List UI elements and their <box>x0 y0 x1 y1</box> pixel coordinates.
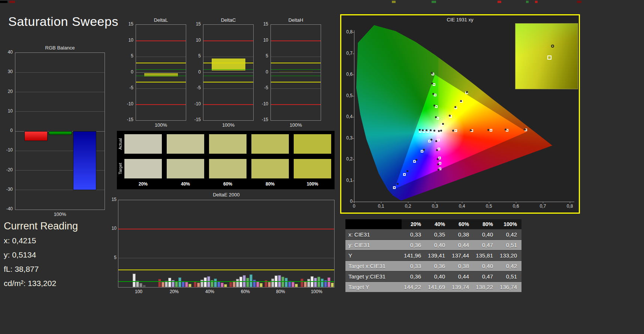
table-cell: 0,42 <box>498 261 521 271</box>
ref-line <box>136 76 186 76</box>
table-row: Y141,96139,41137,44135,81133,20 <box>345 250 521 261</box>
cie-y-tick <box>353 138 354 139</box>
cie-ytick-label: 0,1 <box>342 178 353 183</box>
measurement-table[interactable]: 20%40%60%80%100%x: CIE310,330,350,380,40… <box>345 219 521 292</box>
cie-target-square <box>436 117 439 120</box>
ref-line <box>203 104 253 105</box>
swatch-actual <box>209 134 247 154</box>
cie-measured-circle <box>397 183 399 185</box>
gridline <box>118 258 334 258</box>
cie-ytick-label: 0,8 <box>342 29 353 34</box>
delta-ytick-label: 0 <box>190 69 201 75</box>
cie-xtick-label: 0 <box>348 204 360 209</box>
deltae-xtick-label: 40% <box>200 289 219 294</box>
cie-target-square <box>435 105 438 108</box>
table-cell: 0,44 <box>450 271 474 282</box>
deltae-xtick-label: 20% <box>165 289 184 294</box>
delta-ytick-label: 5 <box>190 53 201 58</box>
delta-chart-title: DeltaH <box>270 17 321 23</box>
deltae-bar <box>229 282 232 287</box>
deltae-ytick-label: 15 <box>107 197 117 202</box>
deltae-bar <box>288 281 291 287</box>
rgb-balance-chart[interactable] <box>15 52 105 210</box>
delta-chart[interactable] <box>203 24 254 121</box>
table-cell: 0,44 <box>450 240 474 250</box>
rgb-ytick-label: 10 <box>0 108 13 114</box>
gridline <box>271 88 321 89</box>
table-cell: 0,40 <box>474 261 498 271</box>
cie-ytick-label: 0,2 <box>342 156 353 162</box>
deltae-bar <box>271 279 274 287</box>
delta-chart-title: DeltaL <box>136 17 186 23</box>
cie-measured-circle <box>449 115 451 117</box>
deltae-bar <box>165 281 168 287</box>
cie-measured-circle <box>452 130 454 132</box>
cie-x-tick <box>543 202 543 203</box>
table-row: Target x:CIE310,330,360,380,400,42 <box>345 261 521 271</box>
deltae-ytick-label: 5 <box>107 255 117 260</box>
rgb-ytick-label: 30 <box>0 69 13 74</box>
ref-line <box>203 76 253 76</box>
gridline <box>203 88 253 89</box>
swatch-row-label-actual: Actual <box>118 134 123 154</box>
cie-xtick-label: 0,2 <box>402 204 414 209</box>
swatch-col-label: 40% <box>167 181 204 187</box>
table-row-label: Y <box>345 250 402 261</box>
deltae-title: DeltaE 2000 <box>118 192 335 198</box>
rgb-ytick-label: -30 <box>0 187 13 192</box>
delta-chart[interactable] <box>136 24 186 121</box>
table-cell: 0,47 <box>474 271 498 282</box>
deltae-bar <box>136 281 139 287</box>
cie-y-tick <box>353 117 354 117</box>
table-cell: 139,74 <box>450 282 474 292</box>
gridline <box>136 57 186 57</box>
cie-y-tick <box>353 32 354 33</box>
deltae-bar <box>256 282 259 287</box>
deltae-bar <box>281 277 284 287</box>
delta-ytick-label: 0 <box>258 69 268 75</box>
table-cell: 0,42 <box>498 229 521 240</box>
deltae-bar <box>260 283 263 287</box>
table-cell: 141,69 <box>426 282 450 292</box>
deltae-chart[interactable] <box>118 200 335 288</box>
cie-measured-circle <box>423 149 425 151</box>
cie-ytick-label: 0,3 <box>342 135 353 141</box>
cie-x-tick <box>408 202 408 203</box>
cie-y-tick <box>353 54 354 54</box>
deltae-xtick-label: 60% <box>236 289 255 294</box>
deltae-bar <box>239 277 242 287</box>
delta-ytick-label: 10 <box>190 37 201 43</box>
delta-ytick-label: 15 <box>190 21 201 27</box>
titlebar-fragment <box>577 1 581 3</box>
delta-chart[interactable] <box>270 24 321 121</box>
cie-target-square <box>437 139 440 141</box>
delta-ytick-label: -15 <box>123 117 133 122</box>
cie-diagram[interactable]: CIE 1931 xy 0,80,70,60,50,40,30,20,1000,… <box>340 14 580 214</box>
table-cell: 137,44 <box>450 250 474 261</box>
deltae-bar <box>300 279 303 287</box>
delta-ytick-label: -5 <box>123 85 133 90</box>
gridline <box>271 57 321 57</box>
cie-ytick-label: 0,6 <box>342 72 353 77</box>
deltae-bar <box>268 282 271 287</box>
ref-line <box>271 82 321 82</box>
table-cell: 141,96 <box>402 250 426 261</box>
red-bar <box>24 131 48 141</box>
titlebar-fragment <box>498 1 501 3</box>
color-swatch-panel[interactable]: 20%40%60%80%100%ActualTarget <box>117 131 335 189</box>
ref-line <box>136 69 186 70</box>
delta-ytick-label: 10 <box>123 37 133 43</box>
table-cell: 0,35 <box>426 229 450 240</box>
cie-measured-circle <box>436 149 438 151</box>
deltae-bar <box>221 283 224 287</box>
deltae-bar <box>158 279 161 287</box>
table-cell: 0,36 <box>402 240 426 250</box>
cie-xtick-label: 0,7 <box>537 204 548 209</box>
delta-xlabel: 100% <box>270 122 321 128</box>
deltae-bar <box>236 279 239 287</box>
deltae-bar <box>331 283 334 287</box>
delta-ytick-label: 0 <box>123 69 133 75</box>
table-cell: 0,47 <box>474 240 498 250</box>
swatch-col-label: 60% <box>209 181 247 187</box>
cie-measured-circle <box>440 130 442 132</box>
